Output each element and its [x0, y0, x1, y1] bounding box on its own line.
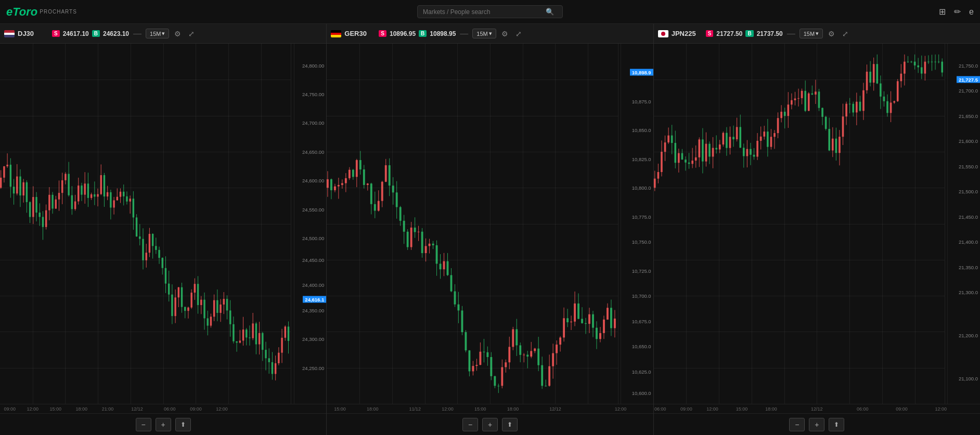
svg-rect-229 — [414, 228, 416, 232]
chart-bottom-jpn225: − + ⬆ — [654, 413, 980, 435]
svg-rect-69 — [110, 192, 111, 208]
svg-rect-491 — [910, 62, 912, 62]
grid-h-line — [327, 332, 617, 332]
price-label: 21,200.0 — [959, 333, 978, 338]
svg-rect-249 — [450, 275, 453, 291]
grid-v-line — [425, 44, 425, 404]
svg-rect-437 — [818, 91, 820, 108]
grid-v-line — [588, 44, 588, 404]
zoom-out-btn-dj30[interactable]: − — [136, 418, 151, 431]
gear-btn-ger30[interactable]: ⚙ — [499, 29, 510, 39]
gear-btn-jpn225[interactable]: ⚙ — [826, 29, 837, 39]
svg-rect-243 — [440, 263, 442, 269]
svg-rect-457 — [852, 104, 854, 113]
separator-jpn225: — — [787, 29, 795, 38]
svg-rect-7 — [10, 165, 11, 187]
sell-label-dj30: S — [52, 30, 60, 37]
zoom-in-btn-ger30[interactable]: + — [482, 418, 498, 431]
svg-rect-195 — [352, 170, 354, 177]
svg-rect-167 — [268, 358, 270, 362]
sell-price-jpn225[interactable]: 21727.50 — [716, 30, 742, 37]
grid-h-line — [0, 152, 291, 152]
grid-v-line — [817, 44, 817, 404]
svg-rect-273 — [494, 376, 496, 386]
market-name-jpn225: JPN225 — [672, 30, 703, 37]
flag-jpn225 — [658, 30, 668, 37]
svg-rect-29 — [45, 210, 47, 227]
grid-h-line — [327, 152, 617, 152]
time-label: 09:00 — [4, 406, 16, 412]
chart-toolbar-jpn225: JPN225 S 21727.50 B 21737.50 — 15M ▾ ⚙ ⤢ — [654, 24, 980, 44]
svg-rect-1 — [0, 178, 2, 188]
share-btn-dj30[interactable]: ⬆ — [175, 418, 191, 431]
price-label: 10,850.0 — [632, 127, 651, 133]
svg-rect-141 — [226, 299, 228, 310]
svg-rect-509 — [941, 62, 943, 73]
timeframe-btn-ger30[interactable]: 15M ▾ — [472, 29, 496, 38]
expand-btn-dj30[interactable]: ⤢ — [186, 29, 197, 39]
svg-rect-477 — [886, 101, 888, 113]
search-input[interactable] — [423, 8, 543, 16]
svg-rect-475 — [883, 97, 885, 101]
chart-panel-jpn225: JPN225 S 21727.50 B 21737.50 — 15M ▾ ⚙ ⤢… — [654, 24, 980, 435]
svg-rect-307 — [556, 345, 558, 353]
svg-rect-107 — [171, 295, 173, 316]
gear-btn-dj30[interactable]: ⚙ — [172, 29, 183, 39]
timeframe-btn-dj30[interactable]: 15M ▾ — [146, 29, 169, 38]
price-label: 10,800.0 — [632, 185, 651, 191]
zoom-in-btn-dj30[interactable]: + — [156, 418, 171, 431]
svg-rect-3 — [3, 166, 5, 178]
buy-price-ger30[interactable]: 10898.95 — [430, 30, 456, 37]
sell-price-dj30[interactable]: 24617.10 — [63, 30, 89, 37]
expand-btn-ger30[interactable]: ⤢ — [513, 29, 524, 39]
svg-rect-261 — [472, 366, 474, 371]
svg-rect-227 — [410, 228, 412, 247]
svg-rect-347 — [664, 142, 666, 152]
timeframe-btn-jpn225[interactable]: 15M ▾ — [800, 29, 823, 38]
grid-v-line — [98, 44, 98, 404]
svg-rect-147 — [236, 341, 237, 343]
logo-procharts: ProCharts — [40, 9, 77, 15]
flag-ger30 — [331, 30, 341, 37]
grid-h-line — [0, 116, 291, 116]
market-name-ger30: GER30 — [344, 30, 376, 37]
grid-v-line — [457, 44, 458, 404]
svg-rect-239 — [432, 244, 434, 245]
svg-rect-323 — [585, 323, 587, 324]
svg-rect-215 — [389, 165, 391, 186]
expand-btn-jpn225[interactable]: ⤢ — [840, 29, 850, 39]
price-label: 24,250.00 — [302, 365, 324, 371]
etoro-icon[interactable]: e — [969, 7, 974, 17]
separator-ger30: — — [460, 29, 468, 38]
svg-rect-353 — [674, 143, 676, 163]
search-bar[interactable]: 🔍 — [417, 5, 563, 18]
chart-toolbar-ger30: GER30 S 10896.95 B 10898.95 — 15M ▾ ⚙ ⤢ — [327, 24, 653, 44]
buy-price-jpn225[interactable]: 21737.50 — [757, 30, 783, 37]
svg-rect-109 — [174, 297, 176, 316]
svg-rect-423 — [794, 98, 796, 100]
sell-price-ger30[interactable]: 10896.95 — [390, 30, 416, 37]
svg-rect-25 — [39, 213, 41, 217]
grid-v-line — [65, 44, 66, 404]
zoom-out-btn-ger30[interactable]: − — [462, 418, 478, 431]
grid-v-line — [359, 44, 360, 404]
svg-rect-327 — [592, 314, 594, 328]
share-btn-jpn225[interactable]: ⬆ — [829, 418, 844, 431]
svg-rect-289 — [523, 354, 525, 355]
svg-rect-381 — [722, 133, 724, 144]
svg-rect-153 — [246, 329, 247, 337]
share-btn-ger30[interactable]: ⬆ — [502, 418, 518, 431]
zoom-in-btn-jpn225[interactable]: + — [809, 418, 824, 431]
pencil-icon[interactable]: ✏ — [954, 7, 961, 17]
svg-rect-115 — [184, 307, 186, 311]
chevron-icon: ▾ — [816, 30, 819, 37]
price-label: 21,500.0 — [959, 189, 978, 194]
buy-price-dj30[interactable]: 24623.10 — [103, 30, 129, 37]
zoom-out-btn-jpn225[interactable]: − — [789, 418, 805, 431]
grid-v-line — [131, 44, 131, 404]
svg-rect-59 — [94, 194, 95, 197]
price-label: 10,750.0 — [632, 239, 651, 245]
grid-icon[interactable]: ⊞ — [939, 7, 946, 17]
svg-rect-255 — [461, 310, 463, 332]
svg-rect-17 — [26, 182, 28, 202]
